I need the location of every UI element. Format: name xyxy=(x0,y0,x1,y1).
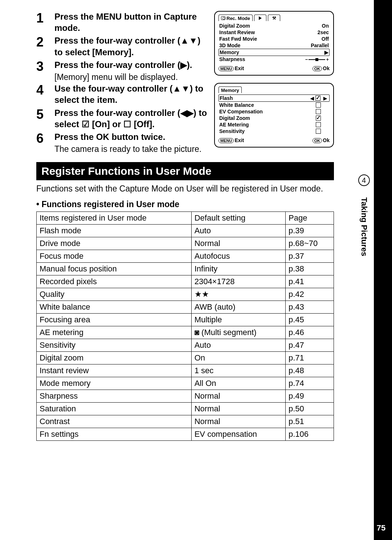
table-header: Items registered in User mode xyxy=(37,212,192,225)
table-row: Recorded pixels2304×1728p.41 xyxy=(37,275,334,288)
table-row: Manual focus positionInfinityp.38 xyxy=(37,263,334,275)
checkbox-icon xyxy=(316,116,321,121)
checkbox-icon xyxy=(316,102,321,108)
table-row: Fn settingsEV compensationp.106 xyxy=(37,428,334,441)
table-cell: Quality xyxy=(37,288,192,301)
lcd-row-label: White Balance xyxy=(219,102,310,108)
lcd-row: AE Metering xyxy=(219,121,330,128)
step-number: 4 xyxy=(36,83,54,97)
step-number: 2 xyxy=(36,35,54,49)
table-cell: Digital zoom xyxy=(37,352,192,364)
table-cell: p.45 xyxy=(286,314,334,326)
table-cell: Drive mode xyxy=(37,237,192,250)
edge-bar xyxy=(374,0,392,540)
checkbox-icon xyxy=(315,96,320,101)
checkbox-icon xyxy=(316,129,321,134)
step-subtext: The camera is ready to take the picture. xyxy=(54,143,209,155)
lcd-row-value: Off xyxy=(322,36,329,42)
side-tab: 4 Taking Pictures xyxy=(354,174,374,265)
lcd-row-label: Sensitivity xyxy=(219,128,310,134)
table-cell: All On xyxy=(191,377,285,390)
lcd-row-label: Digital Zoom xyxy=(219,23,250,29)
lcd-row-label: 3D Mode xyxy=(219,43,240,48)
user-mode-functions-table: Items registered in User modeDefault set… xyxy=(36,211,334,441)
table-header: Default setting xyxy=(191,212,285,225)
lcd-row: Digital Zoom xyxy=(219,115,330,121)
table-row: Mode memoryAll Onp.74 xyxy=(37,377,334,390)
table-cell: On xyxy=(191,352,285,364)
lcd-row-label: Fast Fwd Movie xyxy=(219,36,257,42)
section-subhead: • Functions registered in User mode xyxy=(36,200,334,209)
table-cell: p.50 xyxy=(286,403,334,415)
lcd-row-label: Flash xyxy=(220,95,310,101)
lcd-row-value: −+ xyxy=(305,56,329,62)
checkbox-icon xyxy=(316,122,321,127)
lcd-row: Instant Review2sec xyxy=(219,29,330,36)
lcd-tab-setup xyxy=(268,15,280,21)
table-row: Focusing areaMultiplep.45 xyxy=(37,314,334,326)
lcd-row: Sharpness−+ xyxy=(219,56,330,63)
table-cell: ◙ (Multi segment) xyxy=(191,326,285,339)
table-cell: p.39 xyxy=(286,225,334,237)
table-cell: Multiple xyxy=(191,314,285,326)
lcd-tab-memory: Memory xyxy=(219,86,242,93)
table-row: SensitivityAutop.47 xyxy=(37,339,334,352)
table-cell: ★★ xyxy=(191,288,285,301)
lcd-row-label: Memory xyxy=(220,49,239,55)
table-row: Drive modeNormalp.68~70 xyxy=(37,237,334,250)
lcd-ok-label: Ok xyxy=(323,137,330,143)
table-row: Instant review1 secp.48 xyxy=(37,364,334,377)
table-cell: Sharpness xyxy=(37,390,192,403)
table-cell: Fn settings xyxy=(37,428,192,441)
table-cell: Autofocus xyxy=(191,250,285,263)
table-cell: Instant review xyxy=(37,364,192,377)
step-subtext: [Memory] menu will be displayed. xyxy=(54,71,209,83)
right-arrow-icon: ▶ xyxy=(323,96,328,101)
table-cell: p.42 xyxy=(286,288,334,301)
lcd-row: Flash◀▶ xyxy=(219,94,330,102)
camera-icon xyxy=(221,16,225,20)
table-cell: AE metering xyxy=(37,326,192,339)
left-arrow-icon: ◀ xyxy=(310,96,315,101)
checkbox-icon xyxy=(316,109,321,114)
menu-pill: MENU xyxy=(219,66,234,71)
step-text: Press the four-way controller (▲▼) to se… xyxy=(54,35,209,57)
table-cell: p.106 xyxy=(286,428,334,441)
table-cell: Normal xyxy=(191,415,285,428)
table-cell: p.47 xyxy=(286,339,334,352)
lcd-exit-label: Exit xyxy=(234,65,244,71)
table-cell: Flash mode xyxy=(37,225,192,237)
table-row: Digital zoomOnp.71 xyxy=(37,352,334,364)
table-cell: AWB (auto) xyxy=(191,301,285,314)
ok-pill: OK xyxy=(313,138,322,143)
table-row: AE metering◙ (Multi segment)p.46 xyxy=(37,326,334,339)
table-cell: Focusing area xyxy=(37,314,192,326)
table-row: Quality★★p.42 xyxy=(37,288,334,301)
menu-pill: MENU xyxy=(219,138,234,143)
side-tab-number: 4 xyxy=(358,174,370,186)
table-cell: p.51 xyxy=(286,415,334,428)
lcd-row-label: Sharpness xyxy=(219,56,245,62)
table-cell: p.38 xyxy=(286,263,334,275)
lcd-row-value: ▶ xyxy=(324,49,328,55)
side-tab-label: Taking Pictures xyxy=(359,190,369,263)
step-text: Press the four-way controller (▶). xyxy=(54,59,209,70)
lcd-row: EV Compensation xyxy=(219,108,330,115)
lcd-row-value: On xyxy=(322,23,329,29)
step-text: Use the four-way controller (▲▼) to sele… xyxy=(54,83,209,105)
table-cell: Contrast xyxy=(37,415,192,428)
table-cell: p.37 xyxy=(286,250,334,263)
section-heading: Register Functions in User Mode xyxy=(36,162,334,180)
ok-pill: OK xyxy=(313,66,322,71)
table-cell: 2304×1728 xyxy=(191,275,285,288)
lcd-row: Fast Fwd MovieOff xyxy=(219,36,330,42)
table-cell: p.74 xyxy=(286,377,334,390)
table-cell: Manual focus position xyxy=(37,263,192,275)
table-cell: White balance xyxy=(37,301,192,314)
table-cell: p.43 xyxy=(286,301,334,314)
lcd-row-label: EV Compensation xyxy=(219,109,310,114)
table-cell: Normal xyxy=(191,237,285,250)
table-cell: Normal xyxy=(191,390,285,403)
page-number: 75 xyxy=(374,523,388,533)
table-cell: Saturation xyxy=(37,403,192,415)
